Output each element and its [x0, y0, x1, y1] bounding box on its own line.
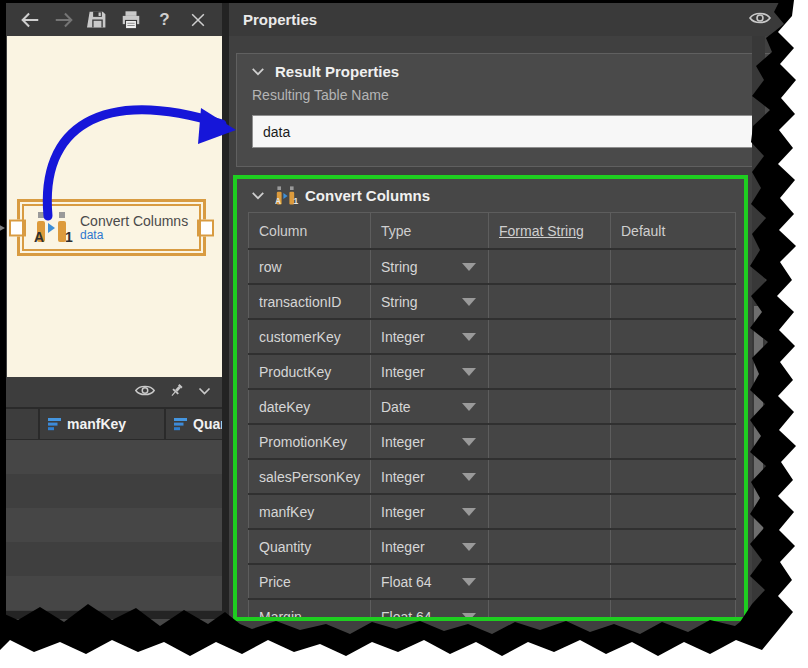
pane-divider — [6, 611, 222, 619]
column-cell[interactable]: transactionID — [249, 284, 371, 319]
back-arrow-icon — [19, 9, 41, 31]
format-string-cell[interactable] — [489, 354, 611, 389]
preview-grid-header: manfKey Quantity — [6, 407, 222, 440]
column-cell[interactable]: Price — [249, 564, 371, 599]
save-icon — [87, 9, 108, 30]
format-string-cell[interactable] — [489, 494, 611, 529]
default-cell[interactable] — [611, 424, 736, 459]
save-button[interactable] — [85, 8, 109, 32]
type-dropdown[interactable]: Float 64 — [371, 564, 489, 599]
chevron-down-icon[interactable] — [197, 383, 212, 401]
default-cell[interactable] — [611, 459, 736, 494]
column-cell[interactable]: row — [249, 249, 371, 284]
eye-icon[interactable] — [134, 383, 156, 402]
dropdown-arrow-icon — [462, 368, 476, 376]
type-dropdown[interactable]: Integer — [371, 494, 489, 529]
format-string-cell[interactable] — [489, 424, 611, 459]
node-body: A1 Convert Columns data — [22, 204, 201, 251]
transform-canvas[interactable]: A1 Convert Columns data — [7, 36, 222, 377]
help-button[interactable]: ? — [152, 8, 176, 32]
node-input-arrow-icon — [0, 222, 5, 234]
default-cell[interactable] — [611, 249, 736, 284]
pane-separator[interactable] — [222, 3, 229, 650]
default-cell[interactable] — [611, 354, 736, 389]
screenshot-stage: ? A1 — [0, 0, 808, 668]
format-string-header-link[interactable]: Format String — [489, 213, 611, 250]
column-cell[interactable]: Quantity — [249, 529, 371, 564]
format-string-cell[interactable] — [489, 529, 611, 564]
default-cell[interactable] — [611, 284, 736, 319]
forward-arrow-icon — [53, 9, 75, 31]
dropdown-arrow-icon — [462, 473, 476, 481]
convert-columns-rows: rowStringtransactionIDStringcustomerKeyI… — [249, 249, 736, 621]
resulting-table-name-label: Resulting Table Name — [252, 87, 771, 103]
table-row: ProductKeyInteger — [249, 354, 736, 389]
convert-columns-section: A1 Convert Columns Column Type Format St… — [233, 175, 748, 621]
type-dropdown[interactable]: Integer — [371, 424, 489, 459]
close-button[interactable] — [186, 8, 210, 32]
table-row: manfKeyInteger — [249, 494, 736, 529]
type-dropdown[interactable]: Integer — [371, 459, 489, 494]
pin-icon[interactable] — [168, 382, 185, 403]
default-cell[interactable] — [611, 389, 736, 424]
format-string-cell[interactable] — [489, 284, 611, 319]
dropdown-arrow-icon — [462, 263, 476, 271]
format-string-cell[interactable] — [489, 249, 611, 284]
type-dropdown[interactable]: Integer — [371, 354, 489, 389]
table-row: customerKeyInteger — [249, 319, 736, 354]
scrollbar-thumb[interactable] — [754, 306, 763, 546]
default-cell[interactable] — [611, 529, 736, 564]
default-cell[interactable] — [611, 564, 736, 599]
resulting-table-name-input[interactable] — [252, 115, 757, 148]
forward-button[interactable] — [52, 8, 76, 32]
dropdown-arrow-icon — [462, 578, 476, 586]
default-cell[interactable] — [611, 599, 736, 621]
grid-column-header[interactable]: Quantity — [166, 409, 222, 439]
column-cell[interactable]: ProductKey — [249, 354, 371, 389]
column-cell[interactable]: Margin — [249, 599, 371, 621]
collapse-chevron-icon[interactable] — [251, 191, 265, 201]
dropdown-arrow-icon — [462, 438, 476, 446]
column-cell[interactable]: salesPersonKey — [249, 459, 371, 494]
convert-columns-node[interactable]: A1 Convert Columns data — [17, 199, 206, 256]
default-cell[interactable] — [611, 494, 736, 529]
type-dropdown[interactable]: String — [371, 249, 489, 284]
default-header: Default — [611, 213, 736, 250]
convert-columns-icon: A1 — [275, 186, 291, 205]
type-dropdown[interactable]: String — [371, 284, 489, 319]
type-dropdown[interactable]: Float 64 — [371, 599, 489, 621]
preview-grid-rows[interactable] — [6, 440, 222, 611]
format-string-cell[interactable] — [489, 564, 611, 599]
properties-panel: Properties Result Properties Resulting T… — [229, 3, 786, 650]
type-dropdown[interactable]: Date — [371, 389, 489, 424]
format-string-cell[interactable] — [489, 319, 611, 354]
column-cell[interactable]: manfKey — [249, 494, 371, 529]
dropdown-arrow-icon — [462, 613, 476, 621]
grid-column-header[interactable]: manfKey — [40, 409, 166, 439]
back-button[interactable] — [18, 8, 42, 32]
print-button[interactable] — [119, 8, 143, 32]
convert-columns-icon: A1 — [34, 212, 72, 244]
vertical-scrollbar[interactable] — [752, 36, 765, 621]
dropdown-arrow-icon — [462, 298, 476, 306]
type-dropdown[interactable]: Integer — [371, 529, 489, 564]
grid-corner-cell[interactable] — [6, 409, 40, 439]
filter-bars-icon — [48, 418, 62, 431]
format-string-cell[interactable] — [489, 599, 611, 621]
column-cell[interactable]: customerKey — [249, 319, 371, 354]
collapse-chevron-icon[interactable] — [251, 67, 265, 77]
format-string-cell[interactable] — [489, 389, 611, 424]
properties-panel-header: Properties — [229, 3, 786, 36]
table-row: dateKeyDate — [249, 389, 736, 424]
eye-icon[interactable] — [748, 10, 772, 30]
node-result-name[interactable]: data — [80, 229, 188, 243]
type-dropdown[interactable]: Integer — [371, 319, 489, 354]
table-row: QuantityInteger — [249, 529, 736, 564]
type-header: Type — [371, 213, 489, 250]
column-cell[interactable]: PromotionKey — [249, 424, 371, 459]
column-cell[interactable]: dateKey — [249, 389, 371, 424]
help-icon: ? — [159, 10, 169, 30]
dropdown-arrow-icon — [462, 543, 476, 551]
format-string-cell[interactable] — [489, 459, 611, 494]
default-cell[interactable] — [611, 319, 736, 354]
